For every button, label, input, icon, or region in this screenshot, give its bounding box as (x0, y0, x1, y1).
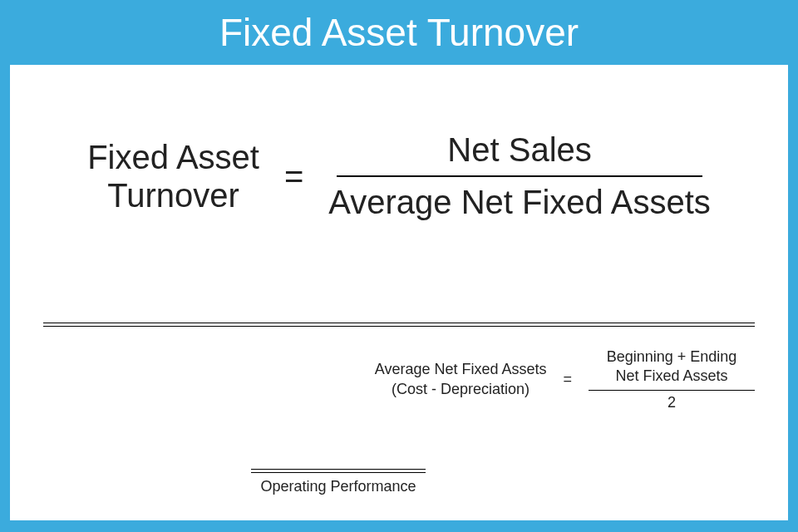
footer-divider (251, 469, 426, 473)
sub-formula-lhs: Average Net Fixed Assets (Cost - Depreci… (375, 360, 547, 399)
sub-lhs-line-1: Average Net Fixed Assets (375, 360, 547, 379)
formula-fraction: Net Sales Average Net Fixed Assets (328, 131, 711, 221)
formula-denominator: Average Net Fixed Assets (328, 177, 711, 221)
lhs-line-2: Turnover (87, 176, 259, 214)
sub-formula-denominator: 2 (667, 391, 676, 411)
page-title: Fixed Asset Turnover (219, 10, 579, 55)
sub-num-line-1: Beginning + Ending (607, 347, 737, 367)
sub-formula: Average Net Fixed Assets (Cost - Depreci… (10, 347, 755, 411)
sub-lhs-line-2: (Cost - Depreciation) (375, 380, 547, 399)
sub-formula-numerator: Beginning + Ending Net Fixed Assets (607, 347, 737, 390)
main-formula: Fixed Asset Turnover = Net Sales Average… (10, 65, 788, 221)
sub-formula-fraction: Beginning + Ending Net Fixed Assets 2 (589, 347, 755, 411)
lhs-line-1: Fixed Asset (87, 138, 259, 176)
sub-num-line-2: Net Fixed Assets (607, 367, 737, 386)
formula-lhs: Fixed Asset Turnover (87, 138, 259, 214)
sub-equals-sign: = (563, 371, 572, 388)
footer-topic: Operating Performance (251, 469, 426, 495)
equals-sign: = (284, 158, 303, 195)
content-panel: Fixed Asset Turnover = Net Sales Average… (10, 65, 788, 520)
formula-numerator: Net Sales (447, 131, 591, 175)
section-divider (43, 323, 755, 327)
footer-text: Operating Performance (251, 478, 426, 495)
